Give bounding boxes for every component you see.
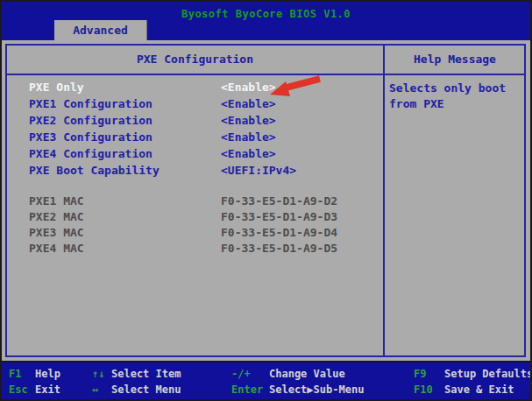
key-minus-plus: -/+ <box>231 366 269 382</box>
menu-item-pxe-only[interactable]: PXE Only <Enable> <box>7 79 383 95</box>
key-hint-row: F1 Help ↑↓ Select Item -/+ Change Value … <box>9 366 530 382</box>
hint-setup-defaults: Setup Defaults <box>444 366 532 382</box>
key-updown-icon: ↑↓ <box>92 366 111 382</box>
settings-box: PXE Configuration PXE Only <Enable> PXE1… <box>5 44 526 357</box>
key-hint-row: Esc Exit ↔ Select Menu Enter Select▶Sub-… <box>9 382 530 397</box>
key-f9: F9 <box>414 366 444 382</box>
item-value: <Enable> <box>221 79 276 95</box>
key-f1: F1 <box>9 366 35 382</box>
menu-item-pxe2-configuration[interactable]: PXE2 Configuration <Enable> <box>7 112 383 129</box>
tab-advanced[interactable]: Advanced <box>54 20 147 40</box>
key-leftright-icon: ↔ <box>92 382 111 397</box>
settings-column: PXE Configuration PXE Only <Enable> PXE1… <box>7 46 385 355</box>
key-enter: Enter <box>231 382 269 397</box>
item-label: PXE2 Configuration <box>29 114 153 127</box>
item-value: <UEFI:IPv4> <box>221 162 296 179</box>
bios-version-title: Byosoft ByoCore BIOS V1.0 <box>2 8 530 20</box>
info-label: PXE1 MAC <box>29 194 84 208</box>
info-row-pxe2-mac: PXE2 MAC F0-33-E5-D1-A9-D3 <box>7 209 383 225</box>
info-label: PXE3 MAC <box>29 226 84 239</box>
help-column: Help Message Selects only boot from PXE <box>385 46 525 355</box>
help-text: Selects only boot from PXE <box>385 75 525 112</box>
menu-item-pxe-boot-capability[interactable]: PXE Boot Capability <UEFI:IPv4> <box>7 162 383 179</box>
item-value: <Enable> <box>221 129 276 145</box>
bios-screen: Byosoft ByoCore BIOS V1.0 Advanced PXE C… <box>0 0 532 401</box>
item-value: <Enable> <box>221 95 276 112</box>
info-row-pxe1-mac: PXE1 MAC F0-33-E5-D1-A9-D2 <box>7 193 383 209</box>
hint-select-item: Select Item <box>111 366 231 382</box>
menu-item-pxe3-configuration[interactable]: PXE3 Configuration <Enable> <box>7 129 383 145</box>
key-esc: Esc <box>9 382 35 397</box>
item-label: PXE1 Configuration <box>29 97 153 110</box>
info-label: PXE4 MAC <box>29 242 84 255</box>
page-title: PXE Configuration <box>7 46 383 75</box>
hint-change-value: Change Value <box>269 366 414 382</box>
hint-select-menu: Select Menu <box>111 382 231 397</box>
help-header: Help Message <box>385 46 525 75</box>
info-value: F0-33-E5-D1-A9-D2 <box>221 193 337 209</box>
item-label: PXE4 Configuration <box>29 147 153 160</box>
hint-help: Help <box>35 366 92 382</box>
title-bar: Byosoft ByoCore BIOS V1.0 Advanced <box>2 2 530 40</box>
info-value: F0-33-E5-D1-A9-D4 <box>221 225 337 241</box>
info-label: PXE2 MAC <box>29 210 84 223</box>
hint-save-exit: Save & Exit <box>444 382 530 397</box>
menu-item-pxe4-configuration[interactable]: PXE4 Configuration <Enable> <box>7 145 383 162</box>
main-panel: PXE Configuration PXE Only <Enable> PXE1… <box>2 40 530 361</box>
hint-exit: Exit <box>35 382 92 397</box>
item-label: PXE3 Configuration <box>29 130 153 144</box>
menu-item-pxe1-configuration[interactable]: PXE1 Configuration <Enable> <box>7 95 383 112</box>
info-row-pxe3-mac: PXE3 MAC F0-33-E5-D1-A9-D4 <box>7 225 383 241</box>
info-value: F0-33-E5-D1-A9-D3 <box>221 209 337 225</box>
item-label: PXE Boot Capability <box>29 164 160 177</box>
item-label: PXE Only <box>29 81 84 94</box>
item-value: <Enable> <box>221 145 276 162</box>
hint-select-submenu: Select▶Sub-Menu <box>269 382 414 397</box>
key-f10: F10 <box>414 382 444 397</box>
item-value: <Enable> <box>221 112 276 129</box>
info-value: F0-33-E5-D1-A9-D5 <box>221 241 337 257</box>
key-hint-bar: F1 Help ↑↓ Select Item -/+ Change Value … <box>2 361 530 401</box>
info-row-pxe4-mac: PXE4 MAC F0-33-E5-D1-A9-D5 <box>7 241 383 257</box>
settings-list: PXE Only <Enable> PXE1 Configuration <En… <box>7 75 383 257</box>
list-spacer <box>7 179 383 193</box>
